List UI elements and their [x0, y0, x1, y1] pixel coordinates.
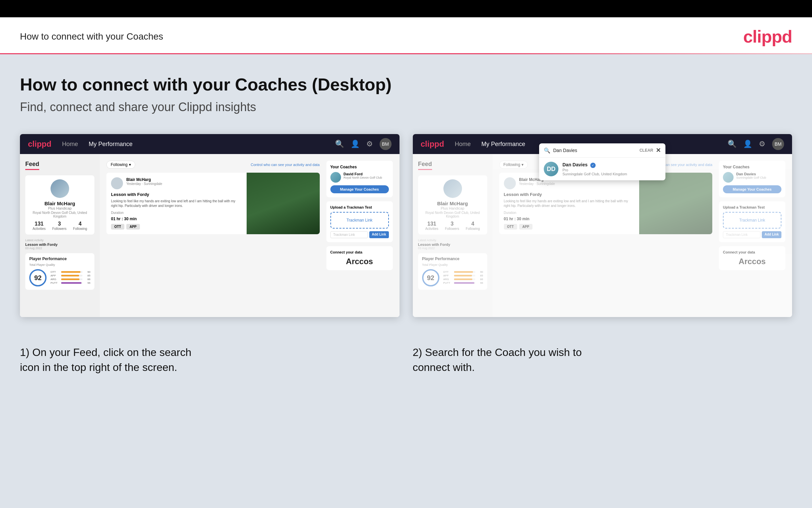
trackman-title: Upload a Trackman Test [330, 205, 389, 209]
trackman-input[interactable]: Trackman Link [330, 231, 368, 238]
post-duration: Duration [111, 211, 242, 215]
following-button-2: Following ▾ [499, 161, 528, 169]
connect-section-2: Connect your data Arccos [719, 246, 785, 270]
app-sidebar-2: Feed Blair McHarg Plus Handicap Royal No… [413, 154, 492, 317]
result-name: Dan Davies ✓ [562, 162, 627, 168]
result-info: Dan Davies ✓ Pro Sunningdale Golf Club, … [562, 162, 627, 176]
following-bar: Following ▾ Control who can see your act… [106, 161, 320, 169]
nav-home-2[interactable]: Home [455, 141, 471, 148]
app-logo-2: clippd [421, 139, 444, 149]
footer: Copyright Clippd 2022 [0, 503, 812, 508]
user-icon-2[interactable]: 👤 [743, 140, 752, 149]
app-button[interactable]: APP [126, 224, 140, 229]
profile-handicap-2: Plus Handicap [422, 206, 483, 210]
post-title: Lesson with Fordy [111, 192, 242, 197]
post-author-avatar-2 [504, 177, 516, 189]
search-bar: 🔍 Dan Davies CLEAR ✕ [539, 143, 665, 158]
profile-club: Royal North Devon Golf Club, United King… [29, 211, 90, 218]
player-performance: Player Performance Total Player Quality … [25, 253, 94, 290]
post-card: Blair McHarg Yesterday · Sunningdale Les… [106, 173, 320, 234]
connect-title: Connect your data [330, 250, 389, 254]
avatar[interactable]: BM [380, 138, 391, 150]
profile-avatar-2 [443, 179, 462, 198]
nav-icons-2: 🔍 👤 ⚙ BM [727, 138, 784, 150]
coaches-section-2: Your Coaches Dan Davies Sunningdale Golf… [719, 161, 785, 197]
profile-stats-2: 131Activities 3Followers 4Following [422, 221, 483, 230]
close-button[interactable]: ✕ [656, 147, 661, 154]
profile-handicap: Plus Handicap [29, 206, 90, 210]
step-label-2: 2) Search for the Coach you wish toconne… [413, 337, 793, 375]
add-link-button[interactable]: Add Link [369, 231, 389, 238]
app-right-panel-2: Your Coaches Dan Davies Sunningdale Golf… [719, 161, 785, 310]
connect-section-1: Connect your data Arccos [326, 246, 393, 270]
screenshots-row: clippd Home My Performance 🔍 👤 ⚙ BM Feed [20, 134, 792, 317]
coach-avatar [330, 172, 341, 183]
feed-center-2: Following ▾ Control who can see your act… [499, 161, 713, 310]
performance-score-2: 92 [422, 269, 439, 287]
nav-icons-1: 🔍 👤 ⚙ BM [335, 138, 391, 150]
performance-bars-2: OTT90 APP85 ARG86 PUTT96 [443, 270, 483, 285]
clippd-logo: clippd [743, 27, 792, 47]
manage-coaches-button-2: Manage Your Coaches [723, 185, 781, 193]
coach-avatar-2 [723, 172, 733, 183]
app-right-panel-1: Your Coaches David Ford Royal North Devo… [326, 161, 393, 310]
nav-home-1[interactable]: Home [62, 141, 78, 148]
avatar-2[interactable]: BM [772, 138, 784, 150]
post-card-2: Blair McHarg Yesterday · Sunningdale Les… [499, 173, 713, 234]
profile-name-2: Blair McHarg [422, 201, 483, 206]
coach-name: David Ford [344, 172, 382, 176]
performance-bars: OTT 90 APP 85 ARG [51, 270, 90, 285]
step-label-1: 1) On your Feed, click on the searchicon… [20, 337, 399, 375]
clear-button[interactable]: CLEAR [639, 148, 653, 153]
trackman-section-2: Upload a Trackman Test Trackman Link Tra… [719, 201, 785, 242]
app-body-1: Feed Blair McHarg Plus Handicap Royal No… [20, 154, 399, 317]
header: How to connect with your Coaches clippd [0, 17, 812, 53]
verified-badge: ✓ [590, 163, 595, 168]
coach-item: David Ford Royal North Devon Golf Club [330, 172, 389, 183]
post-actions: OTT APP [111, 224, 242, 229]
post-author-avatar [111, 177, 123, 189]
settings-icon[interactable]: ⚙ [366, 140, 373, 149]
post-image-2 [639, 173, 712, 234]
performance-score: 92 [29, 269, 47, 287]
trackman-section-1: Upload a Trackman Test Trackman Link Tra… [326, 201, 393, 242]
section-title: How to connect with your Coaches (Deskto… [20, 74, 792, 95]
page-title: How to connect with your Coaches [20, 31, 163, 42]
profile-stats: 131 Activities 3 Followers 4 Following [29, 221, 90, 230]
nav-myperformance-2[interactable]: My Performance [481, 141, 525, 148]
post-body: Looking to feel like my hands are exitin… [111, 199, 242, 208]
following-button[interactable]: Following ▾ [106, 161, 135, 169]
settings-icon-2[interactable]: ⚙ [759, 140, 765, 149]
search-overlay: 🔍 Dan Davies CLEAR ✕ DD Dan Davies ✓ Pro… [539, 143, 665, 180]
result-role: Pro [562, 168, 627, 172]
user-icon[interactable]: 👤 [351, 140, 360, 149]
ott-button[interactable]: OTT [111, 224, 124, 229]
search-icon[interactable]: 🔍 [335, 140, 344, 149]
latest-activity-2: Latest Activity Lesson with Fordy 03 Aug… [418, 239, 487, 250]
post-image [247, 173, 320, 234]
search-icon-overlay: 🔍 [544, 147, 551, 154]
stat-followers: 3 Followers [52, 221, 66, 230]
manage-coaches-button[interactable]: Manage Your Coaches [330, 185, 389, 193]
latest-activity: Latest Activity Lesson with Fordy 03 Aug… [25, 239, 94, 250]
top-bar [0, 0, 812, 17]
result-club: Sunningdale Golf Club, United Kingdom [562, 172, 627, 176]
control-link[interactable]: Control who can see your activity and da… [251, 163, 320, 167]
stat-activities: 131 Activities [33, 221, 46, 230]
search-result[interactable]: DD Dan Davies ✓ Pro Sunningdale Golf Clu… [539, 158, 665, 180]
trackman-input-row: Trackman Link Add Link [330, 231, 389, 238]
feed-tab[interactable]: Feed [25, 161, 39, 170]
search-icon-2[interactable]: 🔍 [727, 140, 736, 149]
player-performance-2: Player Performance Total Player Quality … [418, 253, 487, 290]
nav-myperformance-1[interactable]: My Performance [89, 141, 133, 148]
post-time: 01 hr : 30 min [111, 217, 242, 221]
screenshot-panel-1: clippd Home My Performance 🔍 👤 ⚙ BM Feed [20, 134, 399, 317]
feed-center: Following ▾ Control who can see your act… [106, 161, 320, 310]
app-nav-1: clippd Home My Performance 🔍 👤 ⚙ BM [20, 134, 399, 154]
profile-avatar [51, 179, 69, 198]
trackman-link-box: Trackman Link [330, 212, 389, 228]
search-input[interactable]: Dan Davies [553, 148, 637, 153]
app-sidebar-1: Feed Blair McHarg Plus Handicap Royal No… [20, 154, 100, 317]
step-labels: 1) On your Feed, click on the searchicon… [20, 337, 792, 375]
stat-following: 4 Following [73, 221, 87, 230]
